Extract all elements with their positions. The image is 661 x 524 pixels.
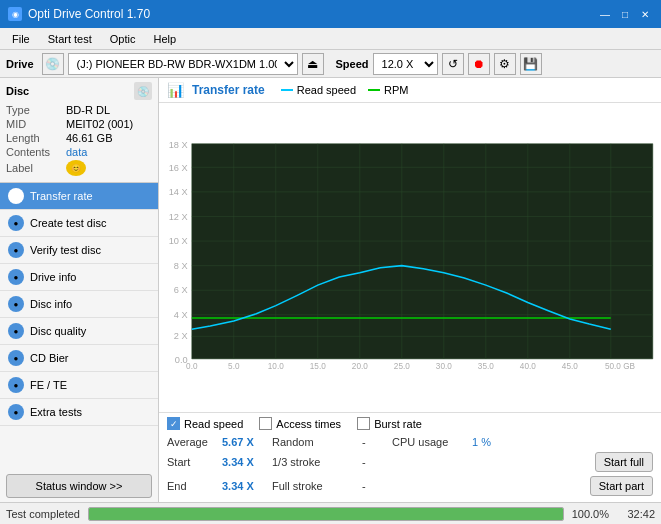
svg-text:35.0: 35.0 (478, 362, 494, 371)
menu-help[interactable]: Help (145, 31, 184, 47)
nav-label-cd-bier: CD Bier (30, 352, 69, 364)
speed-select[interactable]: 12.0 X (373, 53, 438, 75)
nav-icon-cd-bier: ● (8, 350, 24, 366)
svg-text:8 X: 8 X (174, 261, 188, 271)
start-full-button[interactable]: Start full (595, 452, 653, 472)
access-times-checkbox[interactable] (259, 417, 272, 430)
svg-text:10.0: 10.0 (268, 362, 284, 371)
cpu-label: CPU usage (392, 436, 472, 448)
end-value: 3.34 X (222, 480, 272, 492)
eject-button[interactable]: ⏏ (302, 53, 324, 75)
menu-start-test[interactable]: Start test (40, 31, 100, 47)
disc-mid-value: MEIT02 (001) (66, 118, 133, 130)
chart-svg: 18 X 16 X 14 X 12 X 10 X 8 X 6 X 4 X 2 X… (159, 107, 661, 412)
svg-text:14 X: 14 X (169, 187, 188, 197)
svg-text:0.0: 0.0 (186, 362, 198, 371)
toolbar: Drive 💿 (J:) PIONEER BD-RW BDR-WX1DM 1.0… (0, 50, 661, 78)
legend-read-speed-label: Read speed (297, 84, 356, 96)
chart-wrapper: 18 X 16 X 14 X 12 X 10 X 8 X 6 X 4 X 2 X… (159, 103, 661, 412)
close-button[interactable]: ✕ (637, 6, 653, 22)
legend-rpm-label: RPM (384, 84, 408, 96)
app-icon: ◉ (8, 7, 22, 21)
titlebar: ◉ Opti Drive Control 1.70 — □ ✕ (0, 0, 661, 28)
burst-rate-checkbox[interactable] (357, 417, 370, 430)
disc-length-label: Length (6, 132, 66, 144)
nav-icon-transfer-rate: ● (8, 188, 24, 204)
access-times-checkbox-label: Access times (276, 418, 341, 430)
svg-text:30.0: 30.0 (436, 362, 452, 371)
time-display: 32:42 (617, 508, 655, 520)
svg-rect-0 (192, 144, 653, 359)
average-value: 5.67 X (222, 436, 272, 448)
chart-legend: Read speed RPM (281, 84, 409, 96)
sidebar-item-transfer-rate[interactable]: ●Transfer rate (0, 183, 158, 210)
read-speed-checkbox-label: Read speed (184, 418, 243, 430)
stats-row-start: Start 3.34 X 1/3 stroke - Start full (167, 450, 653, 474)
fullstroke-value: - (362, 480, 392, 492)
svg-text:50.0 GB: 50.0 GB (605, 362, 636, 371)
burst-rate-checkbox-label: Burst rate (374, 418, 422, 430)
progress-bar-fill (89, 508, 563, 520)
sidebar-item-fe-te[interactable]: ●FE / TE (0, 372, 158, 399)
read-speed-checkbox[interactable]: ✓ (167, 417, 180, 430)
nav-icon-verify-test-disc: ● (8, 242, 24, 258)
disc-icon-btn[interactable]: 💿 (134, 82, 152, 100)
checkboxes-row: ✓ Read speed Access times Burst rate (167, 417, 653, 430)
minimize-button[interactable]: — (597, 6, 613, 22)
save-button[interactable]: 💾 (520, 53, 542, 75)
nav-icon-drive-info: ● (8, 269, 24, 285)
disc-length-value: 46.61 GB (66, 132, 112, 144)
app-window: ◉ Opti Drive Control 1.70 — □ ✕ File Sta… (0, 0, 661, 524)
svg-text:15.0: 15.0 (310, 362, 326, 371)
chart-bottom: ✓ Read speed Access times Burst rate (159, 412, 661, 502)
nav-label-verify-test-disc: Verify test disc (30, 244, 101, 256)
svg-text:16 X: 16 X (169, 163, 188, 173)
sidebar-item-create-test-disc[interactable]: ●Create test disc (0, 210, 158, 237)
sidebar-item-disc-quality[interactable]: ●Disc quality (0, 318, 158, 345)
sidebar-item-verify-test-disc[interactable]: ●Verify test disc (0, 237, 158, 264)
menu-file[interactable]: File (4, 31, 38, 47)
sidebar-item-extra-tests[interactable]: ●Extra tests (0, 399, 158, 426)
sidebar-item-cd-bier[interactable]: ●CD Bier (0, 345, 158, 372)
menubar: File Start test Optic Help (0, 28, 661, 50)
disc-section: Disc 💿 Type BD-R DL MID MEIT02 (001) Len… (0, 78, 158, 183)
svg-text:2 X: 2 X (174, 331, 188, 341)
speed-label: Speed (336, 58, 369, 70)
nav-list: ●Transfer rate●Create test disc●Verify t… (0, 183, 158, 426)
nav-icon-disc-info: ● (8, 296, 24, 312)
average-label: Average (167, 436, 222, 448)
nav-icon-fe-te: ● (8, 377, 24, 393)
checkbox-burst-rate[interactable]: Burst rate (357, 417, 422, 430)
window-title: Opti Drive Control 1.70 (28, 7, 150, 21)
disc-mid-label: MID (6, 118, 66, 130)
nav-label-disc-quality: Disc quality (30, 325, 86, 337)
maximize-button[interactable]: □ (617, 6, 633, 22)
disc-contents-label: Contents (6, 146, 66, 158)
svg-text:18 X: 18 X (169, 140, 188, 150)
status-window-button[interactable]: Status window >> (6, 474, 152, 498)
svg-text:45.0: 45.0 (562, 362, 578, 371)
drive-select[interactable]: (J:) PIONEER BD-RW BDR-WX1DM 1.00 (68, 53, 298, 75)
label-icon: 😊 (66, 160, 86, 176)
sidebar-item-drive-info[interactable]: ●Drive info (0, 264, 158, 291)
checkbox-read-speed[interactable]: ✓ Read speed (167, 417, 243, 430)
disc-type-label: Type (6, 104, 66, 116)
record-button[interactable]: ⏺ (468, 53, 490, 75)
svg-text:10 X: 10 X (169, 236, 188, 246)
start-part-button[interactable]: Start part (590, 476, 653, 496)
disc-mid-row: MID MEIT02 (001) (6, 118, 152, 130)
checkbox-access-times[interactable]: Access times (259, 417, 341, 430)
stats-row-end: End 3.34 X Full stroke - Start part (167, 474, 653, 498)
menu-optic[interactable]: Optic (102, 31, 144, 47)
legend-green-line (368, 89, 380, 91)
svg-text:12 X: 12 X (169, 212, 188, 222)
sidebar-item-disc-info[interactable]: ●Disc info (0, 291, 158, 318)
stats-table: Average 5.67 X Random - CPU usage 1 % St… (167, 434, 653, 498)
start-value: 3.34 X (222, 456, 272, 468)
drive-icon-btn[interactable]: 💿 (42, 53, 64, 75)
svg-text:40.0: 40.0 (520, 362, 536, 371)
start-label: Start (167, 456, 222, 468)
nav-icon-create-test-disc: ● (8, 215, 24, 231)
refresh-button[interactable]: ↺ (442, 53, 464, 75)
settings-button[interactable]: ⚙ (494, 53, 516, 75)
